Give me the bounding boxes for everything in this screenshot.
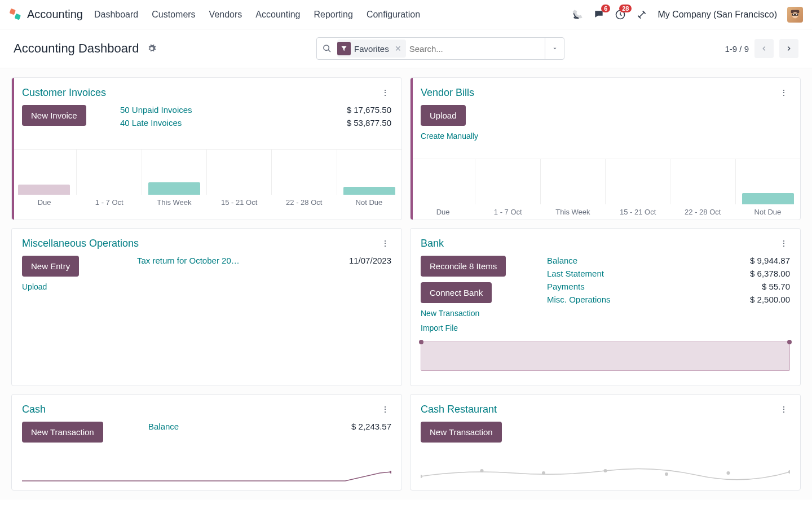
- bank-line-chart: [421, 341, 790, 371]
- top-nav: Accounting Dashboard Customers Vendors A…: [0, 0, 812, 29]
- nav-configuration[interactable]: Configuration: [367, 10, 420, 20]
- card-title[interactable]: Customer Invoices: [22, 87, 106, 99]
- kebab-icon[interactable]: ⋮: [778, 402, 790, 416]
- nav-customers[interactable]: Customers: [152, 10, 195, 20]
- bank-misc-label[interactable]: Misc. Operations: [547, 295, 611, 304]
- brand-name: Accounting: [27, 8, 83, 21]
- activities-badge: 28: [619, 5, 632, 12]
- nav-accounting[interactable]: Accounting: [255, 10, 300, 20]
- pager-range: 1-9 / 9: [725, 44, 749, 54]
- svg-point-16: [603, 469, 607, 472]
- late-invoices-amount: $ 53,877.50: [347, 118, 391, 128]
- reconcile-button[interactable]: Reconcile 8 Items: [421, 256, 506, 277]
- unpaid-invoices-link[interactable]: 50 Unpaid Invoices: [120, 105, 192, 115]
- funnel-icon: [337, 42, 351, 55]
- bank-payments-label[interactable]: Payments: [547, 282, 585, 291]
- pager: 1-9 / 9: [725, 39, 798, 58]
- phone-icon[interactable]: [572, 9, 583, 20]
- new-transaction-link[interactable]: New Transaction: [421, 309, 479, 318]
- svg-point-3: [576, 17, 577, 19]
- nav-reporting[interactable]: Reporting: [314, 10, 353, 20]
- brand[interactable]: Accounting: [9, 8, 83, 21]
- create-manually-link[interactable]: Create Manually: [421, 132, 478, 141]
- svg-rect-0: [10, 8, 16, 15]
- bank-last-statement-amount: $ 6,378.00: [750, 269, 790, 278]
- cash-line-chart: [22, 471, 391, 482]
- search-input[interactable]: [409, 44, 545, 54]
- user-avatar[interactable]: [787, 7, 803, 23]
- filter-chip-favorites: Favorites ✕: [337, 40, 406, 58]
- new-transaction-button[interactable]: New Transaction: [22, 422, 103, 443]
- bank-balance-label[interactable]: Balance: [547, 256, 577, 265]
- svg-point-19: [788, 470, 790, 474]
- kebab-icon[interactable]: ⋮: [778, 237, 790, 250]
- card-title[interactable]: Cash: [22, 404, 46, 415]
- page-title: Accounting Dashboard: [14, 41, 139, 56]
- dashboard-grid: Customer Invoices ⋮ New Invoice 50 Unpai…: [0, 68, 812, 500]
- tools-icon[interactable]: [636, 9, 647, 20]
- new-transaction-button[interactable]: New Transaction: [421, 422, 502, 443]
- kebab-icon[interactable]: ⋮: [379, 402, 391, 416]
- nav-icons: 6 28 My Company (San Francisco): [572, 7, 803, 23]
- svg-point-12: [390, 471, 391, 474]
- card-cash: Cash ⋮ New Transaction Balance $ 2,243.5…: [11, 394, 402, 491]
- card-vendor-bills: Vendor Bills ⋮ Upload Create Manually Du…: [410, 77, 801, 220]
- company-selector[interactable]: My Company (San Francisco): [657, 10, 777, 20]
- card-customer-invoices: Customer Invoices ⋮ New Invoice 50 Unpai…: [11, 77, 402, 220]
- activities-icon[interactable]: 28: [615, 9, 626, 20]
- card-cash-restaurant: Cash Restaurant ⋮ New Transaction: [410, 394, 801, 491]
- messages-badge: 6: [601, 5, 610, 12]
- card-bank: Bank ⋮ Reconcile 8 Items Connect Bank Ne…: [410, 228, 801, 386]
- late-invoices-link[interactable]: 40 Late Invoices: [120, 118, 182, 128]
- upload-link[interactable]: Upload: [22, 282, 47, 291]
- cash-restaurant-line-chart: [421, 465, 790, 482]
- search-dropdown-toggle[interactable]: [545, 38, 564, 59]
- subheader: Accounting Dashboard Favorites ✕ 1-9 / 9: [0, 29, 812, 68]
- nav-dashboard[interactable]: Dashboard: [94, 10, 138, 20]
- upload-button[interactable]: Upload: [421, 105, 466, 126]
- svg-point-18: [726, 471, 730, 475]
- svg-point-10: [796, 14, 797, 15]
- bank-last-statement-label[interactable]: Last Statement: [547, 269, 604, 278]
- bank-balance-amount: $ 9,944.87: [750, 256, 790, 265]
- nav-menu: Dashboard Customers Vendors Accounting R…: [94, 10, 420, 20]
- svg-point-4: [577, 17, 579, 19]
- svg-point-15: [542, 471, 545, 475]
- card-title[interactable]: Miscellaneous Operations: [22, 238, 139, 249]
- bank-payments-amount: $ 55.70: [762, 282, 790, 291]
- new-invoice-button[interactable]: New Invoice: [22, 105, 86, 126]
- svg-point-2: [575, 17, 576, 18]
- bills-barchart: [411, 159, 800, 204]
- cash-balance-label[interactable]: Balance: [148, 422, 179, 431]
- messages-icon[interactable]: 6: [593, 9, 604, 20]
- filter-chip-label: Favorites: [354, 44, 389, 54]
- connect-bank-button[interactable]: Connect Bank: [421, 282, 492, 303]
- card-title[interactable]: Vendor Bills: [421, 87, 474, 99]
- svg-point-17: [665, 472, 668, 476]
- filter-chip-remove[interactable]: ✕: [392, 44, 404, 53]
- svg-point-14: [480, 469, 483, 472]
- tax-return-date: 11/07/2023: [349, 256, 391, 265]
- svg-point-9: [793, 14, 794, 15]
- card-title[interactable]: Cash Restaurant: [421, 404, 497, 415]
- gear-icon[interactable]: [147, 44, 156, 53]
- brand-logo-icon: [9, 8, 23, 21]
- pager-next[interactable]: [779, 39, 798, 58]
- search-bar[interactable]: Favorites ✕: [316, 37, 564, 60]
- svg-rect-1: [15, 13, 21, 20]
- kebab-icon[interactable]: ⋮: [379, 86, 391, 99]
- card-misc-operations: Miscellaneous Operations ⋮ New Entry Upl…: [11, 228, 402, 386]
- invoices-barchart: [12, 149, 401, 195]
- tax-return-link[interactable]: Tax return for October 20…: [137, 256, 240, 265]
- import-file-link[interactable]: Import File: [421, 323, 458, 332]
- unpaid-invoices-amount: $ 17,675.50: [347, 105, 391, 115]
- cash-balance-amount: $ 2,243.57: [351, 422, 391, 431]
- svg-point-11: [324, 45, 329, 50]
- bank-misc-amount: $ 2,500.00: [750, 295, 790, 304]
- pager-prev: [754, 39, 774, 58]
- card-title[interactable]: Bank: [421, 238, 444, 249]
- kebab-icon[interactable]: ⋮: [379, 237, 391, 250]
- kebab-icon[interactable]: ⋮: [778, 86, 790, 99]
- new-entry-button[interactable]: New Entry: [22, 256, 79, 277]
- nav-vendors[interactable]: Vendors: [209, 10, 242, 20]
